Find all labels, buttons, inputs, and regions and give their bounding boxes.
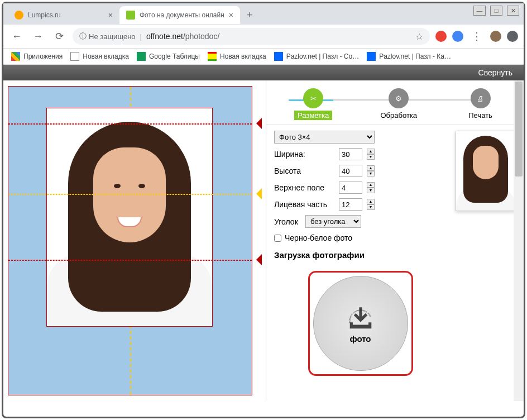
browser-tab-lumpics[interactable]: Lumpics.ru ×: [8, 6, 119, 24]
corner-label: Уголок: [274, 217, 301, 226]
height-input[interactable]: [339, 165, 362, 177]
scrollbar[interactable]: [514, 80, 524, 401]
extension-icon[interactable]: [435, 31, 447, 42]
canvas-area[interactable]: [8, 86, 252, 395]
favicon-icon: [126, 11, 135, 20]
top-margin-input[interactable]: [339, 182, 362, 194]
spin-up-icon[interactable]: ▲: [367, 165, 375, 171]
height-label: Высота: [274, 166, 334, 175]
step-print[interactable]: 🖨 Печать: [465, 88, 496, 120]
yandex-icon: [208, 52, 217, 61]
svg-text:Выберите или перетащите сюда: Выберите или перетащите сюда: [348, 309, 371, 323]
extension-icon[interactable]: [507, 31, 518, 42]
tab-title: Фото на документы онлайн: [140, 11, 224, 19]
bookmark-item[interactable]: Pazlov.net | Пазл - Ка…: [367, 52, 451, 61]
spin-up-icon[interactable]: ▲: [367, 182, 375, 188]
browser-tab-photodoc[interactable]: Фото на документы онлайн ×: [119, 6, 240, 24]
spin-up-icon[interactable]: ▲: [367, 149, 375, 154]
close-window-button[interactable]: ✕: [507, 6, 519, 16]
apps-bookmark[interactable]: Приложения: [11, 52, 63, 61]
step-layout[interactable]: ✂ Разметка: [294, 88, 332, 120]
bookmark-item[interactable]: Новая вкладка: [208, 52, 266, 61]
sliders-icon: ⚙: [389, 88, 409, 108]
profile-avatar[interactable]: [490, 31, 501, 42]
bw-label: Черно-белое фото: [285, 233, 352, 242]
security-status: ⓘ Не защищено: [79, 31, 136, 41]
settings-panel: ✂ Разметка ⚙ Обработка 🖨 Печать Фото 3×4: [266, 80, 524, 401]
upload-section-title: Загрузка фотографии: [274, 250, 447, 260]
face-part-input[interactable]: [339, 198, 362, 211]
spin-up-icon[interactable]: ▲: [367, 199, 375, 204]
bw-checkbox[interactable]: [274, 235, 281, 242]
bookmark-item[interactable]: Новая вкладка: [70, 52, 129, 61]
step-process[interactable]: ⚙ Обработка: [377, 88, 420, 120]
guide-marker-icon[interactable]: [251, 254, 262, 265]
puzzle-icon: [367, 52, 376, 61]
spin-down-icon[interactable]: ▼: [367, 188, 375, 193]
extension-globe-icon[interactable]: [452, 31, 463, 42]
guide-marker-icon[interactable]: [251, 118, 262, 129]
guide-marker-icon[interactable]: [251, 188, 262, 199]
browser-tab-bar: Lumpics.ru × Фото на документы онлайн × …: [3, 3, 524, 25]
width-label: Ширина:: [274, 150, 334, 159]
eye-yellow-guide[interactable]: [8, 194, 252, 195]
printer-icon: 🖨: [471, 88, 491, 108]
bookmark-item[interactable]: Pazlov.net | Пазл - Со…: [274, 52, 359, 61]
menu-icon[interactable]: ⋮: [469, 28, 485, 44]
reload-button[interactable]: ⟳: [51, 28, 67, 44]
puzzle-icon: [274, 52, 283, 61]
upload-hint-text: Выберите или перетащите сюда: [347, 309, 375, 337]
spin-down-icon[interactable]: ▼: [367, 171, 375, 176]
width-input[interactable]: [339, 148, 362, 160]
wizard-steps: ✂ Разметка ⚙ Обработка 🖨 Печать: [266, 80, 524, 125]
back-button[interactable]: ←: [9, 28, 25, 44]
page-topbar: Свернуть: [3, 65, 524, 80]
photo-crop-frame[interactable]: [46, 108, 213, 327]
url-input[interactable]: ⓘ Не защищено | offnote.net/photodoc/ ☆: [73, 28, 430, 45]
close-tab-icon[interactable]: ×: [229, 11, 233, 20]
sheets-icon: [137, 52, 146, 61]
bookmark-item[interactable]: Google Таблицы: [137, 52, 200, 61]
close-tab-icon[interactable]: ×: [108, 11, 113, 20]
photo-preview-thumbnail: [456, 131, 516, 211]
new-tab-button[interactable]: +: [240, 9, 260, 21]
upload-dropzone[interactable]: фото Выберите или перетащите сюда: [313, 276, 408, 371]
address-bar: ← → ⟳ ⓘ Не защищено | offnote.net/photod…: [3, 25, 524, 49]
spin-down-icon[interactable]: ▼: [367, 154, 375, 160]
preset-select[interactable]: Фото 3×4: [274, 131, 375, 144]
chin-red-guide[interactable]: [8, 260, 252, 261]
photo-subject: [47, 108, 212, 326]
minimize-button[interactable]: —: [473, 6, 486, 16]
collapse-link[interactable]: Свернуть: [478, 68, 512, 77]
top-margin-label: Верхнее поле: [274, 183, 334, 192]
bookmarks-bar: Приложения Новая вкладка Google Таблицы …: [3, 49, 524, 65]
top-red-guide[interactable]: [8, 123, 252, 125]
url-text: offnote.net/photodoc/: [146, 32, 219, 41]
crop-icon: ✂: [303, 88, 323, 108]
corner-select[interactable]: без уголка: [305, 215, 361, 228]
forward-button[interactable]: →: [30, 28, 46, 44]
tab-title: Lumpics.ru: [28, 11, 104, 19]
face-part-label: Лицевая часть: [274, 200, 334, 209]
bookmark-star-icon[interactable]: ☆: [415, 31, 423, 42]
spin-down-icon[interactable]: ▼: [367, 204, 375, 210]
maximize-button[interactable]: □: [490, 6, 502, 16]
upload-highlight: фото Выберите или перетащите сюда: [308, 271, 413, 376]
scroll-thumb[interactable]: [515, 82, 523, 176]
favicon-icon: [15, 11, 23, 20]
photo-editor-canvas: [3, 80, 266, 401]
apps-icon: [11, 52, 20, 61]
document-icon: [70, 52, 79, 61]
